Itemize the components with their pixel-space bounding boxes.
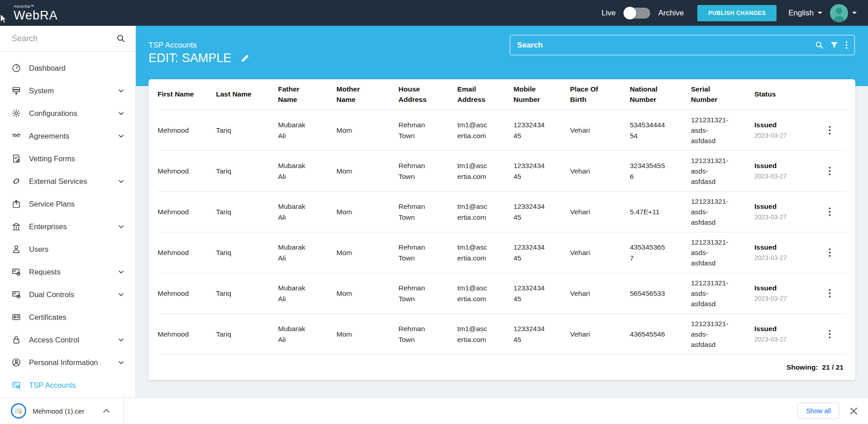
live-archive-toggle[interactable] <box>624 8 650 19</box>
cell-national-number: 565456533 <box>630 288 691 299</box>
show-all-button[interactable]: Show all <box>797 403 839 419</box>
sidebar-item-configurations[interactable]: Configurations <box>0 102 135 125</box>
status-date: 2023-03-27 <box>754 172 791 181</box>
chevron-down-icon <box>119 270 124 274</box>
column-header: Email Address <box>457 84 513 105</box>
cell-national-number: 5.47E+11 <box>630 207 691 217</box>
sidebar-item-certificates[interactable]: Certificates <box>0 306 135 328</box>
cell-email-address: tm1@ascertia.com <box>457 283 513 304</box>
more-options-icon[interactable] <box>845 41 848 49</box>
table-row: MehmoodTariqMubarak AliMomRehman Towntm1… <box>158 110 846 151</box>
cell-email-address: tm1@ascertia.com <box>457 120 513 141</box>
archive-label: Archive <box>658 9 684 18</box>
sidebar-item-enterprises[interactable]: Enterprises <box>0 215 135 238</box>
sidebar-item-label: Dashboard <box>29 64 119 72</box>
status-badge: Issued <box>754 202 791 212</box>
column-header: Serial Number <box>691 84 754 105</box>
sidebar-search-input[interactable] <box>12 34 117 43</box>
cell-national-number: 53453444454 <box>630 120 691 141</box>
column-header: First Name <box>158 89 216 99</box>
user-menu[interactable] <box>830 4 857 22</box>
chevron-down-icon <box>119 89 124 92</box>
cell-email-address: tm1@ascertia.com <box>457 242 513 263</box>
language-selector[interactable]: English <box>788 9 823 18</box>
cell-place-of-birth: Vehari <box>570 125 630 135</box>
chevron-down-icon <box>119 338 124 342</box>
sidebar-item-label: Vetting Forms <box>29 154 119 163</box>
sidebar-item-label: Access Control <box>29 336 119 344</box>
row-actions-button[interactable] <box>826 286 834 300</box>
cell-first-name: Mehmood <box>158 247 216 258</box>
status-badge: Issued <box>754 324 791 334</box>
content-area: First NameLast NameFather NameMother Nam… <box>136 86 868 424</box>
search-icon[interactable] <box>815 41 823 49</box>
publish-changes-button[interactable]: PUBLISH CHANGES <box>697 5 777 21</box>
row-actions-button[interactable] <box>826 205 834 219</box>
sidebar-nav: DashboardSystemConfigurationsAgreementsV… <box>0 52 135 396</box>
sidebar-item-requests[interactable]: Requests <box>0 260 135 283</box>
column-header: Place Of Birth <box>570 84 630 105</box>
toggle-knob[interactable] <box>623 7 636 19</box>
app-logo: Ascertia™ WebRA <box>14 5 58 22</box>
table-search-input[interactable] <box>517 41 815 50</box>
chevron-down-icon <box>119 135 124 138</box>
cell-mobile-number: 1233243445 <box>513 323 570 345</box>
sidebar-item-external-services[interactable]: External Services <box>0 170 135 193</box>
cell-mobile-number: 1233243445 <box>513 120 570 141</box>
status-badge: Issued <box>754 161 791 171</box>
sidebar-item-label: Agreements <box>29 132 119 140</box>
table-row: MehmoodTariqMubarak AliMomRehman Towntm1… <box>158 314 846 355</box>
cell-mobile-number: 1233243445 <box>513 242 570 263</box>
sidebar-item-dual-controls[interactable]: Dual Controls <box>0 283 135 306</box>
sidebar-item-agreements[interactable]: Agreements <box>0 125 135 147</box>
cell-national-number: 436545546 <box>630 329 691 339</box>
cell-last-name: Tariq <box>216 125 278 135</box>
live-label: Live <box>602 9 616 18</box>
enterprises-icon <box>12 222 22 231</box>
cell-mother-name: Mom <box>336 329 398 339</box>
cell-first-name: Mehmood <box>158 166 216 176</box>
certificate-file-icon <box>11 403 26 419</box>
agreements-icon <box>12 131 22 140</box>
sidebar-item-vetting-forms[interactable]: Vetting Forms <box>0 147 135 170</box>
table-footer: Showing: 21 / 21 <box>158 355 846 380</box>
cell-place-of-birth: Vehari <box>570 329 630 339</box>
cell-status: Issued2023-03-27 <box>754 284 813 303</box>
sidebar-item-tsp-accounts[interactable]: TSP Accounts <box>0 374 135 396</box>
chevron-up-icon[interactable] <box>103 409 110 413</box>
sidebar-item-label: TSP Accounts <box>29 381 119 390</box>
access-control-icon <box>12 335 22 344</box>
row-actions-button[interactable] <box>826 327 834 341</box>
dual-controls-icon <box>12 290 22 299</box>
status-date: 2023-03-27 <box>754 131 791 140</box>
cell-last-name: Tariq <box>216 166 278 176</box>
search-icon[interactable] <box>117 34 125 43</box>
dashboard-icon <box>12 63 22 72</box>
edit-pencil-icon[interactable] <box>240 53 250 63</box>
row-actions-button[interactable] <box>826 164 834 178</box>
sidebar-item-personal-information[interactable]: Personal Information <box>0 351 135 374</box>
sidebar-item-users[interactable]: Users <box>0 238 135 260</box>
sidebar-item-label: Service Plans <box>29 200 119 208</box>
cell-first-name: Mehmood <box>158 207 216 217</box>
table-row: MehmoodTariqMubarak AliMomRehman Towntm1… <box>158 192 846 232</box>
language-label: English <box>788 9 814 18</box>
table-header-row: First NameLast NameFather NameMother Nam… <box>158 79 846 110</box>
sidebar-search <box>0 26 135 52</box>
row-actions-button[interactable] <box>826 246 834 260</box>
sidebar-item-system[interactable]: System <box>0 79 135 102</box>
cell-father-name: Mubarak Ali <box>278 323 336 345</box>
tsp-accounts-icon <box>12 381 22 390</box>
sidebar-item-service-plans[interactable]: Service Plans <box>0 193 135 215</box>
filter-icon[interactable] <box>831 42 838 48</box>
avatar[interactable] <box>830 4 848 22</box>
row-actions-button[interactable] <box>826 123 834 137</box>
sidebar-item-dashboard[interactable]: Dashboard <box>0 57 135 79</box>
cell-mother-name: Mom <box>336 288 398 299</box>
close-icon[interactable] <box>850 408 857 414</box>
downloaded-file-item[interactable]: Mehmood (1).cer <box>11 403 110 419</box>
column-header: National Number <box>630 84 691 105</box>
cell-national-number: 3234354556 <box>630 160 691 182</box>
sidebar-item-access-control[interactable]: Access Control <box>0 328 135 351</box>
cell-last-name: Tariq <box>216 288 278 299</box>
